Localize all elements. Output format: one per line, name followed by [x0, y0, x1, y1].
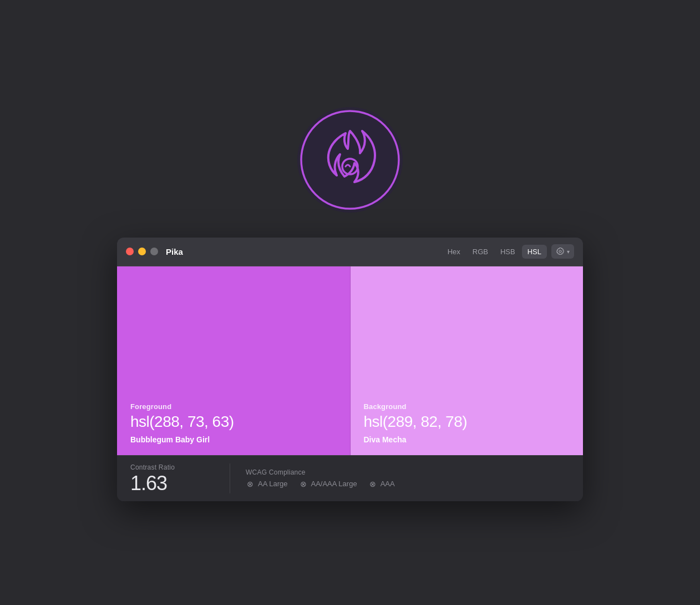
app-icon-container — [295, 104, 405, 218]
fail-icon-aaa: ⊗ — [368, 480, 377, 488]
background-value: hsl(289, 82, 78) — [364, 413, 570, 431]
foreground-name: Bubblegum Baby Girl — [130, 435, 337, 444]
foreground-value: hsl(288, 73, 63) — [130, 413, 337, 431]
close-button[interactable] — [126, 248, 134, 255]
fullscreen-button[interactable] — [150, 248, 158, 255]
chevron-down-icon: ▾ — [567, 249, 570, 255]
tab-rgb[interactable]: RGB — [467, 245, 494, 259]
app-icon — [295, 104, 405, 215]
wcag-items: ⊗ AA Large ⊗ AA/AAA Large ⊗ AAA — [246, 480, 570, 488]
wcag-label: WCAG Compliance — [246, 468, 570, 476]
contrast-label: Contrast Ratio — [130, 463, 216, 471]
foreground-label: Foreground — [130, 402, 337, 411]
contrast-section: Contrast Ratio 1.63 — [130, 463, 230, 493]
svg-point-0 — [297, 107, 403, 213]
tab-hex[interactable]: Hex — [442, 245, 466, 259]
settings-button[interactable]: ▾ — [551, 244, 574, 259]
background-label: Background — [364, 402, 570, 411]
wcag-aa-large: ⊗ AA Large — [246, 480, 288, 488]
svg-point-3 — [559, 250, 561, 253]
wcag-aa-large-label: AA Large — [258, 480, 288, 488]
contrast-value: 1.63 — [130, 473, 216, 493]
fail-icon-aa-large: ⊗ — [246, 480, 255, 488]
background-name: Diva Mecha — [364, 435, 570, 444]
wcag-aaa-label: AAA — [381, 480, 395, 488]
fail-icon-aa-aaa-large: ⊗ — [299, 480, 308, 488]
wcag-section: WCAG Compliance ⊗ AA Large ⊗ AA/AAA Larg… — [246, 468, 570, 488]
titlebar: Pika Hex RGB HSB HSL ▾ — [117, 238, 583, 266]
tab-hsl[interactable]: HSL — [522, 245, 547, 259]
gear-icon — [556, 247, 565, 256]
bottom-bar: Contrast Ratio 1.63 WCAG Compliance ⊗ AA… — [117, 455, 583, 501]
minimize-button[interactable] — [138, 248, 146, 255]
wcag-aaa: ⊗ AAA — [368, 480, 395, 488]
tab-hsb[interactable]: HSB — [495, 245, 521, 259]
window-title: Pika — [166, 247, 442, 256]
wcag-aa-aaa-large: ⊗ AA/AAA Large — [299, 480, 357, 488]
foreground-panel[interactable]: Foreground hsl(288, 73, 63) Bubblegum Ba… — [117, 266, 351, 455]
format-tabs: Hex RGB HSB HSL — [442, 245, 547, 259]
color-panels: Foreground hsl(288, 73, 63) Bubblegum Ba… — [117, 266, 583, 455]
background-panel[interactable]: Background hsl(289, 82, 78) Diva Mecha — [351, 266, 584, 455]
traffic-lights — [126, 248, 158, 255]
wcag-aa-aaa-large-label: AA/AAA Large — [311, 480, 357, 488]
app-window: Pika Hex RGB HSB HSL ▾ Foreground hsl(28… — [117, 238, 583, 501]
